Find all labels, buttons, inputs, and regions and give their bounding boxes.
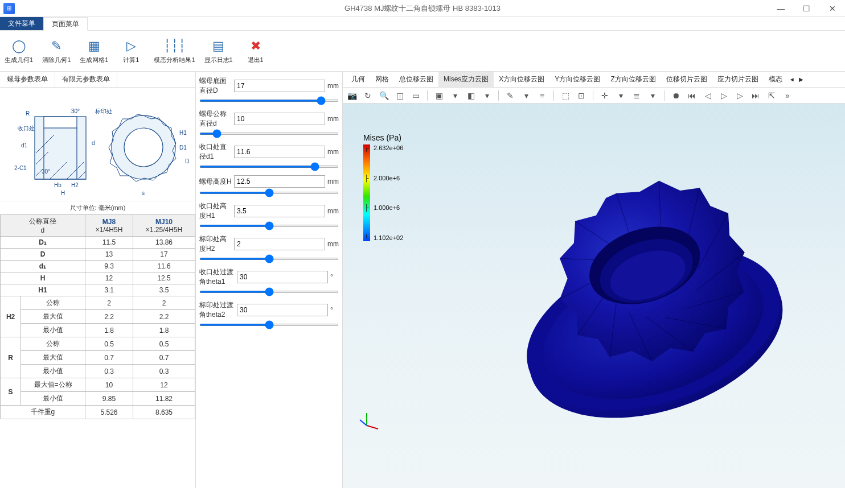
- viewer-toolbar: 📷↻🔍◫▭▣▾◧▾✎▾≡⬚⊡✛▾≣▾⏺⏮◁▷▷⏭⇱»: [343, 88, 845, 104]
- result-tab-0[interactable]: 几何: [346, 72, 370, 87]
- ribbon-label: 退出1: [248, 56, 264, 64]
- param-input[interactable]: [234, 113, 325, 125]
- table-row: 最大值0.70.7: [1, 351, 195, 365]
- tab-fe-params[interactable]: 有限元参数表单: [55, 72, 117, 87]
- param-input[interactable]: [237, 304, 328, 316]
- param-slider[interactable]: [199, 192, 339, 194]
- refresh-icon[interactable]: ↻: [362, 90, 374, 101]
- table-row: 最小值9.8511.82: [1, 392, 195, 406]
- result-tab-9[interactable]: 模态: [764, 72, 787, 87]
- layers-icon[interactable]: ≣: [631, 90, 642, 101]
- param-slider[interactable]: [199, 324, 339, 326]
- toolbar-separator: [498, 90, 499, 101]
- table-row: R公称0.50.5: [1, 337, 195, 351]
- fit-icon[interactable]: ⊡: [576, 90, 587, 101]
- result-tabs: 几何网格总位移云图Mises应力云图X方向位移云图Y方向位移云图Z方向位移云图位…: [343, 72, 845, 88]
- highlight-icon[interactable]: ≡: [536, 90, 548, 101]
- param-label: 螺母公称直径d: [199, 109, 232, 129]
- tab-nav-icon[interactable]: ◄: [787, 72, 797, 87]
- chev-icon[interactable]: ▾: [520, 90, 532, 101]
- file-menu-tab[interactable]: 文件菜单: [0, 17, 44, 30]
- ribbon-模态分析结果1[interactable]: ┆┆┆模态分析结果1: [154, 38, 195, 64]
- param-1: 螺母公称直径d mm: [199, 109, 339, 137]
- svg-text:30°: 30°: [42, 168, 50, 175]
- table-row: H13.13.5: [1, 284, 195, 296]
- camera-icon[interactable]: 📷: [346, 90, 358, 101]
- table-row: 千件重g5.5268.635: [1, 406, 195, 419]
- result-tab-1[interactable]: 网格: [370, 72, 394, 87]
- maximize-button[interactable]: ☐: [794, 0, 819, 17]
- param-unit: °: [330, 273, 339, 281]
- close-button[interactable]: ✕: [819, 0, 845, 17]
- result-tab-2[interactable]: 总位移云图: [394, 72, 438, 87]
- select-window-icon[interactable]: ⬚: [560, 90, 571, 101]
- chev-icon[interactable]: ▾: [647, 90, 658, 101]
- param-input[interactable]: [234, 175, 325, 188]
- ribbon-label: 生成网格1: [80, 56, 108, 64]
- result-tab-3[interactable]: Mises应力云图: [438, 72, 494, 87]
- ribbon-清除几何1[interactable]: ✎清除几何1: [42, 38, 71, 64]
- camera-rec-icon[interactable]: ⏺: [670, 90, 682, 101]
- param-input[interactable]: [234, 146, 325, 158]
- result-tab-8[interactable]: 应力切片云图: [712, 72, 764, 87]
- result-tab-6[interactable]: Z方向位移云图: [605, 72, 661, 87]
- param-slider[interactable]: [199, 258, 339, 260]
- ribbon-显示日志1[interactable]: ▤显示日志1: [204, 38, 233, 64]
- param-slider[interactable]: [199, 225, 339, 227]
- axis-icon[interactable]: ✛: [599, 90, 610, 101]
- table-row: d₁9.311.6: [1, 261, 195, 272]
- page-menu-tab[interactable]: 页面菜单: [44, 17, 88, 31]
- svg-point-3: [124, 128, 163, 167]
- zoom-icon[interactable]: 🔍: [378, 90, 389, 101]
- param-slider[interactable]: [199, 291, 339, 293]
- result-tab-7[interactable]: 位移切片云图: [661, 72, 712, 87]
- ribbon-生成几何1[interactable]: ◯生成几何1: [5, 38, 33, 64]
- menubar: 文件菜单 页面菜单: [0, 17, 845, 31]
- param-2: 收口处直径d1 mm: [199, 142, 339, 170]
- chev-icon[interactable]: ▾: [481, 90, 493, 101]
- svg-line-27: [360, 420, 367, 425]
- param-4: 收口处高度H1 mm: [199, 201, 339, 229]
- skip-start-icon[interactable]: ⏮: [686, 90, 698, 101]
- param-label: 螺母底面直径D: [199, 76, 232, 96]
- param-input[interactable]: [234, 238, 325, 250]
- param-input[interactable]: [234, 80, 325, 92]
- ribbon-生成网格1[interactable]: ▦生成网格1: [80, 38, 108, 64]
- result-tab-5[interactable]: Y方向位移云图: [549, 72, 605, 87]
- chev-icon[interactable]: ▾: [615, 90, 626, 101]
- wand-icon[interactable]: ✎: [504, 90, 516, 101]
- export-icon[interactable]: ⇱: [766, 90, 777, 101]
- more-icon[interactable]: »: [782, 90, 793, 101]
- param-slider[interactable]: [199, 133, 339, 135]
- tab-nav-icon[interactable]: ▶: [797, 72, 806, 87]
- legend-title: Mises (Pa): [363, 133, 403, 142]
- cube-transparent-icon[interactable]: ◧: [465, 90, 477, 101]
- ribbon-计算1[interactable]: ▷计算1: [117, 38, 145, 64]
- param-input[interactable]: [234, 205, 325, 217]
- cube-view-icon[interactable]: ▣: [433, 90, 445, 101]
- ruler-icon[interactable]: ▭: [410, 90, 421, 101]
- param-label: 收口处直径d1: [199, 142, 232, 162]
- ribbon-label: 清除几何1: [42, 56, 71, 64]
- play-icon[interactable]: ▷: [718, 90, 729, 101]
- svg-text:D1: D1: [179, 144, 187, 151]
- viewer-3d[interactable]: Mises (Pa) ┌2.632e+06 ├2.000e+6 ├1.000e+…: [343, 104, 845, 488]
- right-panel: 几何网格总位移云图Mises应力云图X方向位移云图Y方向位移云图Z方向位移云图位…: [343, 72, 845, 488]
- prev-icon[interactable]: ◁: [702, 90, 713, 101]
- param-unit: mm: [327, 240, 339, 248]
- param-slider[interactable]: [199, 166, 339, 168]
- tab-nut-params[interactable]: 螺母参数表单: [0, 72, 55, 87]
- table-row: D₁11.513.86: [1, 237, 195, 249]
- param-3: 螺母高度H mm: [199, 175, 339, 196]
- diagram-caption: 尺寸单位: 毫米(mm): [0, 201, 195, 214]
- param-slider[interactable]: [199, 100, 339, 102]
- param-input[interactable]: [237, 271, 328, 283]
- skip-end-icon[interactable]: ⏭: [750, 90, 761, 101]
- ribbon-退出1[interactable]: ✖退出1: [242, 38, 269, 64]
- select-box-icon[interactable]: ◫: [394, 90, 405, 101]
- result-tab-4[interactable]: X方向位移云图: [494, 72, 549, 87]
- minimize-button[interactable]: —: [768, 0, 794, 17]
- chev-icon[interactable]: ▾: [449, 90, 461, 101]
- ribbon-icon: ▦: [86, 38, 102, 54]
- next-icon[interactable]: ▷: [734, 90, 745, 101]
